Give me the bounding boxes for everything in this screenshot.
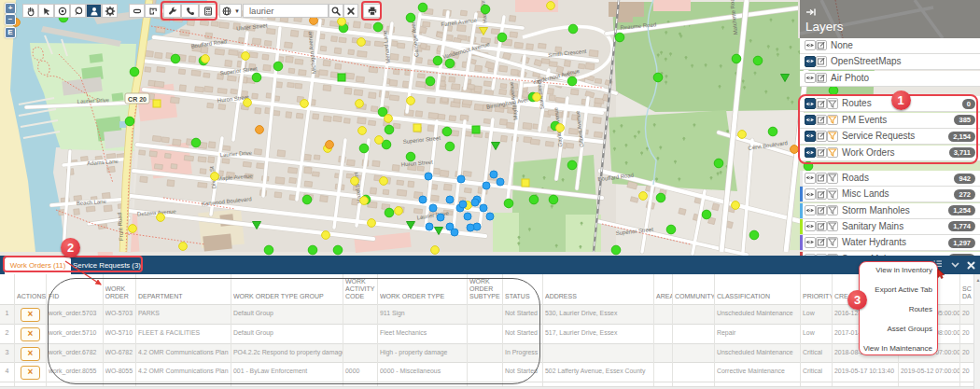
svg-text:CR 20: CR 20	[128, 96, 147, 103]
